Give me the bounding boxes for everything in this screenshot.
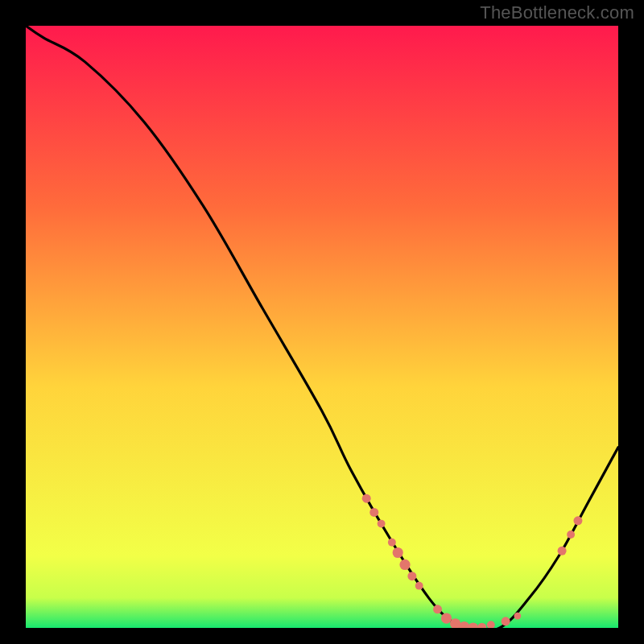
chart-container: TheBottleneck.com <box>0 0 644 644</box>
marker-point <box>567 530 575 539</box>
marker-point <box>558 547 567 555</box>
watermark-text: TheBottleneck.com <box>480 2 634 23</box>
marker-point <box>369 508 378 517</box>
marker-point <box>378 520 386 528</box>
marker-point <box>399 559 410 570</box>
marker-point <box>393 547 403 558</box>
bottleneck-chart <box>26 26 618 628</box>
marker-point <box>388 539 396 547</box>
plot-area <box>26 26 618 628</box>
marker-point <box>514 613 521 620</box>
marker-point <box>441 613 452 623</box>
marker-point <box>362 494 371 503</box>
marker-point <box>407 572 416 580</box>
marker-point <box>433 605 442 613</box>
gradient-background <box>26 26 618 628</box>
marker-point <box>573 516 582 525</box>
marker-point <box>415 582 423 590</box>
marker-point <box>502 617 510 625</box>
